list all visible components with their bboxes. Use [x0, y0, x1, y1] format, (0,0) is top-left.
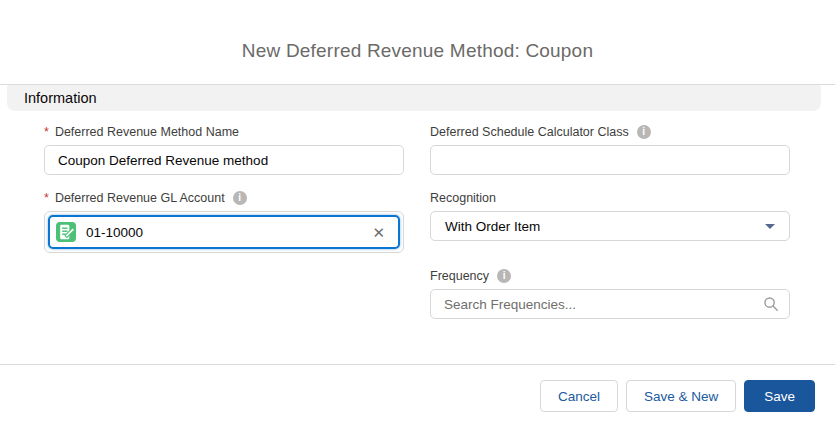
field-frequency: Frequency i — [430, 269, 790, 319]
required-asterisk: * — [44, 125, 49, 139]
save-button[interactable]: Save — [744, 380, 815, 412]
chevron-down-icon — [765, 224, 775, 229]
gl-account-label: * Deferred Revenue GL Account i — [44, 191, 404, 205]
page-title: New Deferred Revenue Method: Coupon — [0, 0, 835, 62]
form-grid: * Deferred Revenue Method Name Deferred … — [0, 111, 835, 319]
record-icon — [56, 222, 76, 242]
recognition-value: With Order Item — [445, 219, 540, 234]
search-icon — [763, 296, 779, 316]
modal-footer: Cancel Save & New Save — [0, 364, 835, 412]
field-calculator-class: Deferred Schedule Calculator Class i — [430, 125, 790, 175]
information-section-header: Information — [7, 85, 821, 111]
calculator-class-label-text: Deferred Schedule Calculator Class — [430, 125, 629, 139]
close-icon[interactable]: ✕ — [370, 223, 387, 242]
gl-account-label-text: Deferred Revenue GL Account — [55, 191, 225, 205]
required-asterisk: * — [44, 191, 49, 205]
cancel-button[interactable]: Cancel — [540, 380, 618, 412]
method-name-label-text: Deferred Revenue Method Name — [55, 125, 239, 139]
info-icon[interactable]: i — [233, 191, 247, 205]
recognition-label: Recognition — [430, 191, 790, 205]
frequency-label-text: Frequency — [430, 269, 489, 283]
method-name-label: * Deferred Revenue Method Name — [44, 125, 404, 139]
method-name-input[interactable] — [44, 145, 404, 175]
info-icon[interactable]: i — [637, 125, 651, 139]
gl-account-selected-pill[interactable]: 01-10000 ✕ — [48, 215, 400, 249]
frequency-search-input[interactable] — [430, 289, 790, 319]
save-and-new-button[interactable]: Save & New — [626, 380, 736, 412]
calculator-class-input[interactable] — [430, 145, 790, 175]
field-recognition: Recognition With Order Item — [430, 191, 790, 241]
field-method-name: * Deferred Revenue Method Name — [44, 125, 404, 175]
section-title: Information — [24, 90, 97, 106]
gl-account-value: 01-10000 — [86, 225, 143, 240]
new-deferred-revenue-method-modal: New Deferred Revenue Method: Coupon Info… — [0, 0, 835, 424]
frequency-label: Frequency i — [430, 269, 790, 283]
recognition-label-text: Recognition — [430, 191, 496, 205]
gl-account-lookup: 01-10000 ✕ — [44, 211, 404, 253]
calculator-class-label: Deferred Schedule Calculator Class i — [430, 125, 790, 139]
recognition-select[interactable]: With Order Item — [430, 211, 790, 241]
field-gl-account: * Deferred Revenue GL Account i — [44, 191, 404, 253]
info-icon[interactable]: i — [497, 269, 511, 283]
frequency-search — [430, 289, 790, 319]
